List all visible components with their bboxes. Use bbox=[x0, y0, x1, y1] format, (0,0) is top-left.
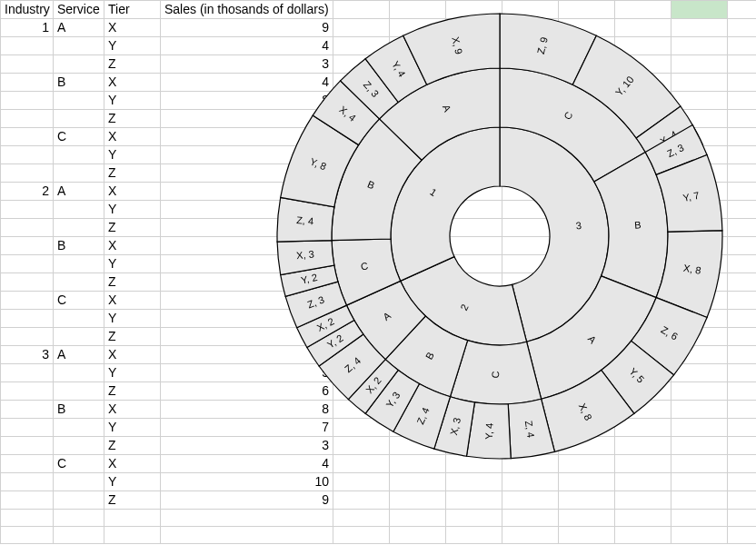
cell-service[interactable]: B bbox=[54, 401, 104, 419]
cell[interactable] bbox=[728, 74, 757, 92]
cell-service[interactable] bbox=[54, 328, 104, 346]
sunburst-chart[interactable]: 3CZ, 9Y, 10X, 4BZ, 3Y, 7X, 8AZ, 6Y, 5X, … bbox=[273, 9, 727, 463]
cell-tier[interactable]: Y bbox=[104, 419, 161, 437]
cell[interactable] bbox=[728, 527, 757, 544]
cell-service[interactable] bbox=[54, 364, 104, 382]
cell-industry[interactable] bbox=[1, 219, 54, 237]
cell-service[interactable] bbox=[54, 473, 104, 491]
cell[interactable] bbox=[390, 473, 446, 491]
cell[interactable] bbox=[728, 219, 757, 237]
cell[interactable] bbox=[728, 19, 757, 37]
cell[interactable] bbox=[728, 310, 757, 328]
cell[interactable] bbox=[728, 37, 757, 55]
cell[interactable] bbox=[502, 473, 559, 491]
cell-service[interactable] bbox=[54, 491, 104, 510]
cell-tier[interactable]: Z bbox=[104, 491, 161, 510]
cell[interactable] bbox=[104, 510, 161, 527]
cell[interactable] bbox=[161, 527, 333, 544]
cell-service[interactable] bbox=[54, 273, 104, 292]
cell-tier[interactable]: X bbox=[104, 183, 161, 201]
cell-industry[interactable] bbox=[1, 74, 54, 92]
cell-tier[interactable]: Z bbox=[104, 219, 161, 237]
cell-service[interactable] bbox=[54, 110, 104, 128]
cell[interactable] bbox=[728, 55, 757, 74]
cell-industry[interactable] bbox=[1, 128, 54, 146]
cell-service[interactable]: C bbox=[54, 128, 104, 146]
cell[interactable] bbox=[728, 437, 757, 455]
cell[interactable] bbox=[728, 510, 757, 527]
cell-tier[interactable]: Y bbox=[104, 255, 161, 273]
cell-industry[interactable] bbox=[1, 310, 54, 328]
cell-sales[interactable]: 10 bbox=[161, 473, 333, 491]
cell[interactable] bbox=[615, 491, 671, 510]
cell[interactable] bbox=[446, 491, 502, 510]
cell[interactable] bbox=[728, 128, 757, 146]
cell-service[interactable]: A bbox=[54, 19, 104, 37]
cell-tier[interactable]: Z bbox=[104, 328, 161, 346]
cell[interactable] bbox=[390, 510, 446, 527]
cell[interactable] bbox=[728, 401, 757, 419]
cell-service[interactable] bbox=[54, 419, 104, 437]
cell-tier[interactable]: X bbox=[104, 74, 161, 92]
cell[interactable] bbox=[728, 419, 757, 437]
cell[interactable] bbox=[559, 527, 615, 544]
cell[interactable] bbox=[559, 510, 615, 527]
cell-service[interactable] bbox=[54, 146, 104, 164]
cell-service[interactable]: A bbox=[54, 183, 104, 201]
cell-service[interactable] bbox=[54, 92, 104, 110]
cell-industry[interactable] bbox=[1, 146, 54, 164]
cell[interactable] bbox=[728, 164, 757, 183]
cell-tier[interactable]: X bbox=[104, 401, 161, 419]
cell-tier[interactable]: Z bbox=[104, 437, 161, 455]
cell[interactable] bbox=[333, 510, 390, 527]
cell[interactable] bbox=[1, 510, 54, 527]
header-service[interactable]: Service bbox=[54, 1, 104, 19]
cell-industry[interactable] bbox=[1, 473, 54, 491]
cell-tier[interactable]: Y bbox=[104, 37, 161, 55]
cell-industry[interactable] bbox=[1, 164, 54, 183]
cell-industry[interactable] bbox=[1, 255, 54, 273]
cell[interactable] bbox=[615, 510, 671, 527]
cell-tier[interactable]: Z bbox=[104, 164, 161, 183]
cell[interactable] bbox=[615, 527, 671, 544]
cell-industry[interactable]: 1 bbox=[1, 19, 54, 37]
cell[interactable] bbox=[54, 527, 104, 544]
cell[interactable] bbox=[54, 510, 104, 527]
cell[interactable] bbox=[1, 527, 54, 544]
cell[interactable] bbox=[671, 473, 728, 491]
cell-service[interactable] bbox=[54, 201, 104, 219]
cell[interactable] bbox=[728, 255, 757, 273]
cell-tier[interactable]: Y bbox=[104, 92, 161, 110]
cell-industry[interactable] bbox=[1, 419, 54, 437]
cell[interactable] bbox=[728, 364, 757, 382]
cell-industry[interactable] bbox=[1, 328, 54, 346]
cell-industry[interactable] bbox=[1, 201, 54, 219]
cell-service[interactable] bbox=[54, 164, 104, 183]
cell-service[interactable]: B bbox=[54, 74, 104, 92]
cell[interactable] bbox=[728, 237, 757, 255]
cell-tier[interactable]: Z bbox=[104, 273, 161, 292]
cell-tier[interactable]: X bbox=[104, 19, 161, 37]
cell[interactable] bbox=[728, 491, 757, 510]
header-industry[interactable]: Industry bbox=[1, 1, 54, 19]
cell-industry[interactable] bbox=[1, 110, 54, 128]
cell-tier[interactable]: Y bbox=[104, 310, 161, 328]
cell[interactable] bbox=[446, 473, 502, 491]
cell-industry[interactable] bbox=[1, 455, 54, 473]
cell-industry[interactable] bbox=[1, 401, 54, 419]
cell-service[interactable]: A bbox=[54, 346, 104, 364]
cell[interactable] bbox=[104, 527, 161, 544]
cell-tier[interactable]: X bbox=[104, 346, 161, 364]
cell-service[interactable] bbox=[54, 37, 104, 55]
cell-service[interactable]: B bbox=[54, 237, 104, 255]
cell[interactable] bbox=[728, 201, 757, 219]
cell[interactable] bbox=[671, 510, 728, 527]
cell[interactable] bbox=[615, 473, 671, 491]
cell[interactable] bbox=[728, 183, 757, 201]
cell[interactable] bbox=[728, 1, 757, 19]
cell-tier[interactable]: Y bbox=[104, 473, 161, 491]
cell[interactable] bbox=[728, 382, 757, 401]
cell-tier[interactable]: X bbox=[104, 128, 161, 146]
cell-industry[interactable] bbox=[1, 491, 54, 510]
cell[interactable] bbox=[390, 491, 446, 510]
